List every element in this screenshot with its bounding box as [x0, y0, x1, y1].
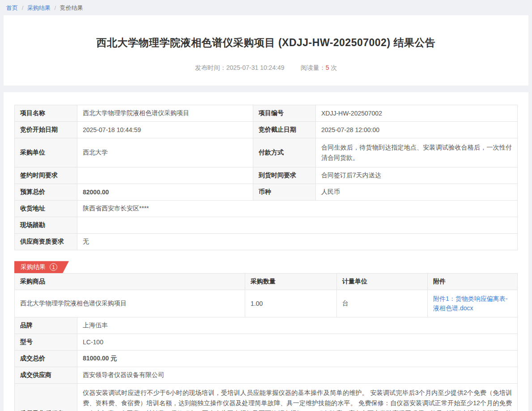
info-label-site-survey: 现场踏勘 [15, 217, 77, 234]
table-row: 供应商资质要求 无 [15, 234, 518, 250]
detail-value-final-price: 81000.00 元 [77, 351, 518, 367]
info-label-budget-total: 预算总价 [15, 184, 77, 201]
announcement-meta: 发布时间：2025-07-31 10:24:49阅读量：5 次 [17, 64, 515, 72]
info-label-bid-end: 竞价截止日期 [253, 122, 316, 138]
detail-label-final-price: 成交总价 [15, 351, 77, 367]
info-label-bid-start: 竞价开始日期 [15, 122, 77, 138]
table-row: 收货地址 陕西省西安市长安区**** [15, 201, 518, 217]
views-label: 阅读量： [301, 64, 326, 71]
result-badge-label: 采购结果 [21, 261, 46, 273]
info-label-delivery-address: 收货地址 [15, 201, 77, 217]
result-detail-table: 品牌 上海伍丰 型号 LC-100 成交总价 81000.00 元 成交供应商 … [14, 317, 518, 411]
table-row: 质保及售后服务 仪器安装调试时应进行不少于6小时的现场培训，受培训人员应能掌握仪… [15, 384, 518, 411]
views-suffix: 次 [329, 64, 337, 71]
table-header-row: 采购商品 采购数量 计量单位 附件 [15, 274, 518, 290]
table-row: 竞价开始日期 2025-07-18 10:44:59 竞价截止日期 2025-0… [15, 122, 518, 138]
table-row: 品牌 上海伍丰 [15, 317, 518, 334]
breadcrumb-home-link[interactable]: 首页 [6, 4, 18, 11]
publish-time-label: 发布时间： [195, 64, 226, 71]
detail-value-warranty-service: 仪器安装调试时应进行不少于6小时的现场培训，受培训人员应能掌握仪器的基本操作及简… [77, 384, 518, 411]
goods-table: 采购商品 采购数量 计量单位 附件 西北大学物理学院液相色谱仪采购项目 1.00… [14, 273, 518, 317]
detail-value-model: LC-100 [77, 334, 518, 351]
breadcrumb: 首页 / 采购结果 / 竞价结果 [0, 0, 532, 15]
table-row: 西北大学物理学院液相色谱仪采购项目 1.00 台 附件1：货物类响应偏离表-液相… [15, 290, 518, 317]
info-label-payment-method: 付款方式 [253, 138, 316, 167]
info-value-budget-total: 82000.00 [77, 184, 253, 201]
page-title: 西北大学物理学院液相色谱仪采购项目 (XDJJ-HW-202507002) 结果… [17, 36, 515, 50]
table-row: 成交总价 81000.00 元 [15, 351, 518, 367]
table-row: 采购单位 西北大学 付款方式 合同生效后，待货物到达指定地点、安装调试验收合格后… [15, 138, 518, 167]
announcement-body-card: 项目名称 西北大学物理学院液相色谱仪采购项目 项目编号 XDJJ-HW-2025… [4, 92, 528, 411]
info-value-supplier-qualification: 无 [77, 234, 518, 250]
breadcrumb-procurement-results-link[interactable]: 采购结果 [27, 4, 51, 11]
info-label-project-number: 项目编号 [253, 105, 316, 122]
info-value-delivery-time: 合同签订后7天内送达 [316, 167, 518, 184]
detail-label-model: 型号 [15, 334, 77, 351]
detail-label-warranty-service: 质保及售后服务 [15, 384, 77, 411]
announcement-header-card: 西北大学物理学院液相色谱仪采购项目 (XDJJ-HW-202507002) 结果… [4, 15, 528, 86]
info-value-site-survey [77, 217, 518, 234]
detail-label-brand: 品牌 [15, 317, 77, 334]
procurement-result-badge: 采购结果 1 [14, 261, 69, 273]
goods-header-unit: 计量单位 [337, 274, 428, 290]
procurement-result-section: 采购结果 1 采购商品 采购数量 计量单位 附件 西北大学物理学院液相色谱仪采购… [14, 261, 518, 411]
info-value-project-name: 西北大学物理学院液相色谱仪采购项目 [77, 105, 253, 122]
goods-attachment-cell: 附件1：货物类响应偏离表-液相色谱.docx [428, 290, 518, 317]
info-value-bid-end: 2025-07-28 12:00:00 [316, 122, 518, 138]
detail-label-winning-supplier: 成交供应商 [15, 367, 77, 384]
goods-header-quantity: 采购数量 [245, 274, 337, 290]
goods-header-product: 采购商品 [15, 274, 245, 290]
goods-product-name: 西北大学物理学院液相色谱仪采购项目 [15, 290, 245, 317]
info-value-payment-method: 合同生效后，待货物到达指定地点、安装调试验收合格后，一次性付清合同货款。 [316, 138, 518, 167]
table-row: 预算总价 82000.00 币种 人民币 [15, 184, 518, 201]
goods-quantity: 1.00 [245, 290, 337, 317]
table-row: 项目名称 西北大学物理学院液相色谱仪采购项目 项目编号 XDJJ-HW-2025… [15, 105, 518, 122]
table-row: 成交供应商 西安领导者仪器设备有限公司 [15, 367, 518, 384]
info-label-delivery-time: 到货时间要求 [253, 167, 316, 184]
info-label-supplier-qualification: 供应商资质要求 [15, 234, 77, 250]
breadcrumb-current-bidding-results: 竞价结果 [60, 4, 83, 11]
info-value-delivery-address: 陕西省西安市长安区**** [77, 201, 518, 217]
goods-unit: 台 [337, 290, 428, 317]
breadcrumb-separator: / [55, 4, 56, 11]
info-value-currency: 人民币 [316, 184, 518, 201]
info-value-purchaser: 西北大学 [77, 138, 253, 167]
publish-time-value: 2025-07-31 10:24:49 [226, 64, 285, 71]
project-info-table: 项目名称 西北大学物理学院液相色谱仪采购项目 项目编号 XDJJ-HW-2025… [14, 105, 518, 250]
table-row: 签约时间要求 到货时间要求 合同签订后7天内送达 [15, 167, 518, 184]
info-label-currency: 币种 [253, 184, 316, 201]
detail-value-brand: 上海伍丰 [77, 317, 518, 334]
result-count-badge: 1 [50, 263, 57, 271]
attachment-link[interactable]: 附件1：货物类响应偏离表-液相色谱.docx [433, 294, 512, 313]
info-label-signing-time: 签约时间要求 [15, 167, 77, 184]
info-value-bid-start: 2025-07-18 10:44:59 [77, 122, 253, 138]
info-value-signing-time [77, 167, 253, 184]
info-label-purchaser: 采购单位 [15, 138, 77, 167]
info-value-project-number: XDJJ-HW-202507002 [316, 105, 518, 122]
info-label-project-name: 项目名称 [15, 105, 77, 122]
goods-header-attachment: 附件 [428, 274, 518, 290]
detail-value-winning-supplier: 西安领导者仪器设备有限公司 [77, 367, 518, 384]
table-row: 现场踏勘 [15, 217, 518, 234]
breadcrumb-separator: / [22, 4, 24, 11]
table-row: 型号 LC-100 [15, 334, 518, 351]
page: 首页 / 采购结果 / 竞价结果 西北大学物理学院液相色谱仪采购项目 (XDJJ… [0, 0, 532, 411]
